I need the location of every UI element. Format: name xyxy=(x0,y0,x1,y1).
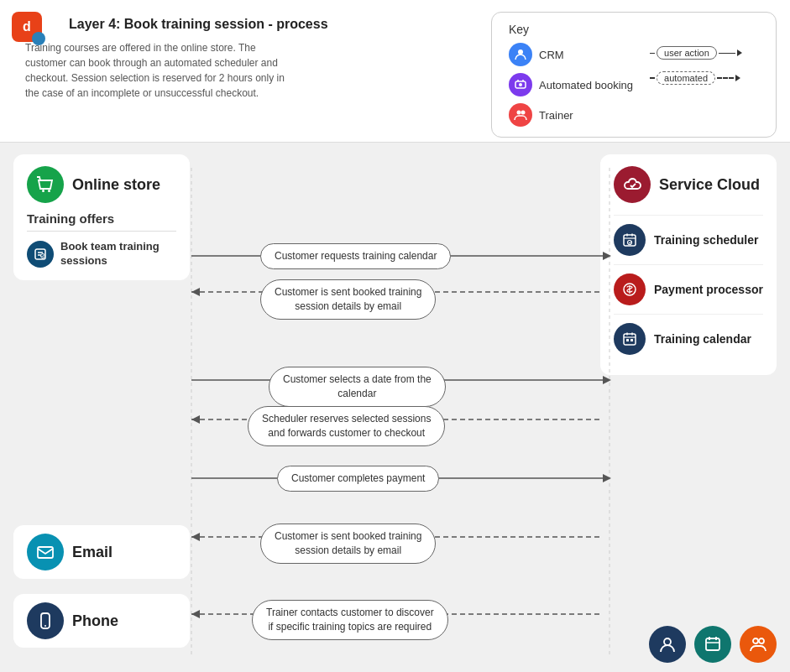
phone-box: Phone xyxy=(13,594,190,648)
flow-pill-2: Customer is sent booked trainingsession … xyxy=(260,279,436,320)
training-offers-section: Training offers Book team training sessi… xyxy=(27,211,176,268)
svg-point-8 xyxy=(48,190,50,192)
training-calendar-item: Training calendar xyxy=(614,314,763,363)
flow-pill-7: Trainer contacts customer to discoverif … xyxy=(252,600,448,640)
svg-point-13 xyxy=(44,625,46,627)
bottom-icon-2 xyxy=(694,626,731,663)
payment-processor-name: Payment processor xyxy=(654,282,763,297)
email-box: Email xyxy=(13,525,190,579)
key-item-trainer: Trainer xyxy=(509,103,633,127)
bottom-icon-1 xyxy=(649,626,686,663)
crm-icon xyxy=(509,43,532,66)
online-store-box: Online store Training offers Book team t… xyxy=(13,154,190,280)
training-calendar-name: Training calendar xyxy=(654,331,751,346)
svg-point-31 xyxy=(753,638,758,643)
flow-pill-4: Scheduler reserves selected sessionsand … xyxy=(248,406,445,446)
key-item-automated: Automated booking xyxy=(509,73,633,96)
email-icon xyxy=(27,534,64,570)
key-item-crm: CRM xyxy=(509,43,633,66)
svg-point-26 xyxy=(664,638,671,645)
key-title: Key xyxy=(509,23,759,36)
svg-rect-20 xyxy=(624,334,636,345)
training-scheduler-icon xyxy=(614,224,646,256)
svg-marker-38 xyxy=(191,288,200,296)
legend-automated: automated xyxy=(650,71,742,85)
svg-point-32 xyxy=(759,638,764,643)
flow-pill-3: Customer selects a date from thecalendar xyxy=(269,367,446,407)
payment-processor-item: Payment processor xyxy=(614,264,763,314)
service-cloud-name: Service Cloud xyxy=(659,176,760,194)
trainer-icon xyxy=(509,103,532,127)
email-name: Email xyxy=(72,544,112,561)
svg-point-0 xyxy=(518,49,523,55)
bottom-icon-3 xyxy=(740,626,777,663)
svg-rect-24 xyxy=(626,339,629,341)
svg-point-6 xyxy=(521,111,526,115)
service-cloud-icon xyxy=(614,166,651,203)
svg-point-18 xyxy=(628,241,632,245)
svg-marker-40 xyxy=(603,376,611,384)
legend-user-action: user action xyxy=(650,46,742,60)
flow-pill-1: Customer requests training calendar xyxy=(260,243,451,269)
training-calendar-icon xyxy=(614,323,646,355)
logo: d xyxy=(12,12,42,42)
online-store-icon xyxy=(27,166,64,203)
training-scheduler-item: Training scheduler xyxy=(614,215,763,264)
flow-pill-5: Customer completes payment xyxy=(277,466,439,492)
book-icon xyxy=(27,241,54,268)
svg-marker-48 xyxy=(191,610,200,618)
online-store-name: Online store xyxy=(72,176,160,194)
key-box: Key CRM xyxy=(491,12,777,138)
svg-marker-44 xyxy=(603,474,611,482)
diagram-area: Online store Training offers Book team t… xyxy=(0,143,790,672)
svg-rect-11 xyxy=(38,547,53,558)
flow-pill-6: Customer is sent booked trainingsession … xyxy=(260,524,436,564)
service-cloud-box: Service Cloud Training scheduler xyxy=(600,154,777,375)
header-desc: Training courses are offered in the onli… xyxy=(25,40,294,101)
svg-rect-27 xyxy=(706,638,719,650)
phone-icon xyxy=(27,602,64,639)
automated-icon xyxy=(509,73,532,96)
svg-point-7 xyxy=(42,190,44,192)
svg-point-2 xyxy=(519,83,522,86)
phone-name: Phone xyxy=(72,612,118,630)
svg-rect-25 xyxy=(630,339,633,341)
svg-point-5 xyxy=(517,111,521,115)
header-area: d Layer 4: Book training session - proce… xyxy=(0,0,790,143)
svg-marker-46 xyxy=(191,533,200,541)
svg-marker-42 xyxy=(191,415,200,424)
training-scheduler-name: Training scheduler xyxy=(654,232,758,247)
book-team-sessions-text: Book team training sessions xyxy=(60,240,176,268)
payment-processor-icon xyxy=(614,273,646,305)
bottom-icons-row xyxy=(649,626,777,663)
